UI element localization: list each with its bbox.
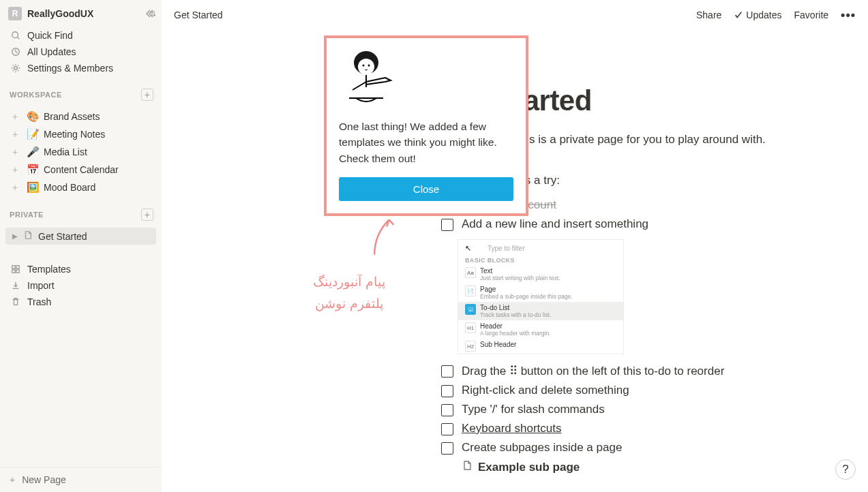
quick-find-label: Quick Find [27,30,73,41]
all-updates[interactable]: All Updates [5,44,156,60]
svg-rect-5 [12,270,15,273]
sidebar: R ReallyGoodUX ⇅ Quick Find All Updates … [0,0,162,492]
todo-keyboard-shortcuts[interactable]: Keyboard shortcuts [441,422,868,435]
emoji-icon: 📅 [26,164,40,176]
onboarding-popup: One last thing! We added a few templates… [324,35,528,216]
checkbox-icon[interactable] [441,423,453,435]
trash-icon [10,297,22,307]
quick-find[interactable]: Quick Find [5,27,156,44]
settings-label: Settings & Members [27,63,113,74]
sidebar-item-meeting-notes[interactable]: +📝Meeting Notes [5,125,156,143]
caret-right-icon[interactable]: ▶ [12,232,20,240]
emoji-icon: 📝 [26,128,40,140]
checkbox-icon[interactable] [441,219,453,231]
svg-rect-6 [16,270,19,273]
todo-create-subpages[interactable]: Create subpages inside a page [441,441,868,455]
search-icon [10,31,22,40]
todo-right-click-delete[interactable]: Right-click and delete something [441,384,868,397]
new-page-button[interactable]: + New Page [0,467,162,492]
todo-drag-reorder[interactable]: Drag the ⠿ button on the left of this to… [441,364,868,378]
slash-menu-example-image: ↖Type to filter BASIC BLOCKS AaTextJust … [458,239,624,354]
emoji-icon: 🎨 [26,110,40,123]
workspace-switcher[interactable]: R ReallyGoodUX ⇅ [0,0,162,23]
popup-close-button[interactable]: Close [339,177,513,201]
more-menu-icon[interactable]: ••• [841,8,856,22]
keyboard-shortcuts-link[interactable]: Keyboard shortcuts [462,422,561,435]
annotation-arrow-icon [366,217,400,258]
checkbox-icon[interactable] [441,442,453,455]
collapse-sidebar-icon[interactable] [144,8,155,21]
add-workspace-page-button[interactable]: + [141,89,153,101]
topbar: Get Started Share Updates Favorite ••• [162,0,868,30]
drag-handle-icon: ⠿ [509,365,518,378]
checkbox-icon[interactable] [441,385,453,397]
plus-icon[interactable]: + [12,147,22,157]
plus-icon[interactable]: + [12,164,22,175]
emoji-icon: 🖼️ [26,181,40,194]
todo-slash-commands[interactable]: Type '/' for slash commands [441,403,868,416]
trash[interactable]: Trash [5,294,156,310]
checkbox-icon[interactable] [441,404,453,416]
settings-members[interactable]: Settings & Members [5,60,156,76]
todo-add-line[interactable]: Add a new line and insert something [441,217,868,231]
popup-illustration [339,49,513,110]
gear-icon [10,63,22,73]
svg-rect-4 [16,266,19,268]
import[interactable]: Import [5,277,156,294]
workspace-initial-icon: R [8,7,22,20]
breadcrumb[interactable]: Get Started [174,10,223,20]
download-icon [10,281,22,290]
page-icon [23,230,34,242]
svg-point-10 [368,65,370,67]
help-button[interactable]: ? [835,459,856,480]
workspace-heading: WORKSPACE + [0,80,162,104]
sidebar-item-media-list[interactable]: +🎤Media List [5,143,156,161]
favorite-button[interactable]: Favorite [794,10,829,20]
annotation-text: پیام آنبوردینگ پلتفرم نوشن [298,271,400,316]
all-updates-label: All Updates [27,46,76,57]
svg-point-9 [363,65,365,67]
sidebar-item-mood-board[interactable]: +🖼️Mood Board [5,179,156,196]
plus-icon[interactable]: + [12,129,22,140]
templates-icon [10,264,22,274]
sidebar-item-content-calendar[interactable]: +📅Content Calendar [5,161,156,179]
sidebar-item-get-started[interactable]: ▶ Get Started [5,228,156,245]
svg-rect-3 [12,266,15,268]
svg-point-0 [12,32,18,38]
cursor-icon: ↖ [465,244,471,253]
main-area: Get Started Share Updates Favorite ••• G… [162,0,868,492]
subpage-example[interactable]: Example sub page [462,460,868,474]
updates-button[interactable]: Updates [734,10,781,20]
plus-icon[interactable]: + [12,111,22,122]
share-button[interactable]: Share [696,10,721,20]
checkbox-icon[interactable] [441,365,453,378]
plus-icon[interactable]: + [12,182,22,193]
add-private-page-button[interactable]: + [141,209,153,221]
templates[interactable]: Templates [5,261,156,277]
svg-point-2 [14,67,17,70]
popup-message: One last thing! We added a few templates… [339,119,513,166]
workspace-name: ReallyGoodUX [27,8,147,19]
page-icon [462,460,473,474]
private-heading: PRIVATE + [0,200,162,224]
sidebar-item-brand-assets[interactable]: +🎨Brand Assets [5,108,156,125]
clock-icon [10,47,22,57]
svg-point-8 [358,59,374,75]
plus-icon: + [10,474,15,485]
emoji-icon: 🎤 [26,146,40,158]
